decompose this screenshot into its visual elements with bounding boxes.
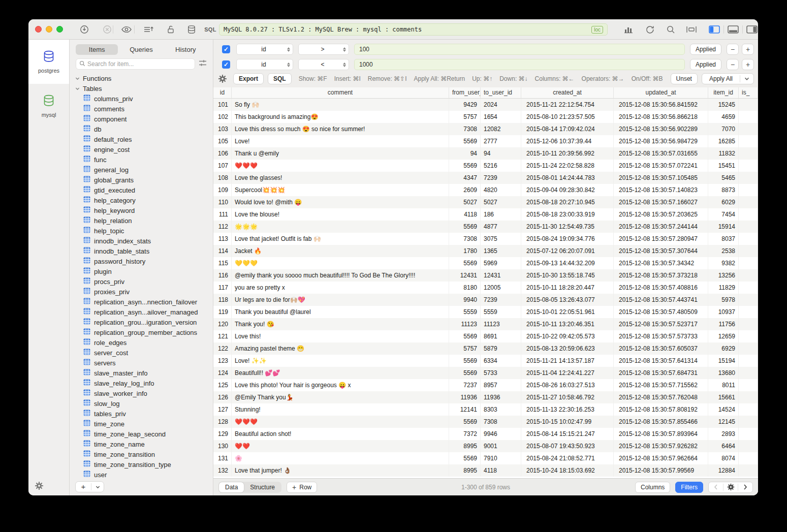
cell-created-at[interactable]: 2015-08-13 20:59:06.623: [521, 342, 614, 355]
sidebar-table-item[interactable]: innodb_table_stats: [70, 246, 213, 256]
cell-updated-at[interactable]: 2015-12-08 15:30:57.99569: [614, 464, 708, 477]
cell-created-at[interactable]: 2015-08-24 19:09:34.776: [521, 233, 614, 245]
sidebar-table-item[interactable]: component: [70, 114, 213, 124]
cell-created-at[interactable]: 2015-08-18 23:00:33.919: [521, 208, 614, 221]
cell-from-user-id[interactable]: 5757: [449, 342, 481, 355]
cell-is[interactable]: [739, 135, 758, 147]
cell-id[interactable]: 113: [213, 233, 232, 245]
cell-created-at[interactable]: 2015-10-15 10:02:47.99: [521, 416, 614, 428]
sidebar-table-item[interactable]: proxies_priv: [70, 287, 213, 297]
table-row[interactable]: 123 Love! ✨✨ 5569 6334 2015-11-21 14:13:…: [213, 355, 758, 367]
cell-from-user-id[interactable]: 5569: [449, 416, 481, 428]
table-row[interactable]: 106 Thank u @emily 94 94 2015-10-11 20:3…: [213, 147, 758, 160]
cell-updated-at[interactable]: 2015-12-08 15:30:57.926282: [614, 440, 708, 452]
cell-from-user-id[interactable]: 5569: [449, 355, 481, 367]
table-row[interactable]: 115 💛💛💛 5569 5969 2015-09-13 14:44:32.20…: [213, 257, 758, 269]
cell-to-user-id[interactable]: 1365: [481, 245, 521, 257]
remove-filter-button[interactable]: −: [727, 59, 739, 70]
cell-is[interactable]: [739, 294, 758, 306]
cell-to-user-id[interactable]: 7308: [481, 416, 521, 428]
cell-from-user-id[interactable]: 5569: [449, 221, 481, 233]
filter-operator-select[interactable]: <: [298, 59, 349, 70]
cell-updated-at[interactable]: 2015-12-08 15:30:57.715562: [614, 379, 708, 391]
fit-width-icon[interactable]: [685, 23, 698, 36]
cell-from-user-id[interactable]: 5569: [449, 135, 481, 147]
cell-updated-at[interactable]: 2015-12-08 15:30:57.280947: [614, 233, 708, 245]
cell-is[interactable]: [739, 330, 758, 342]
cell-updated-at[interactable]: 2015-12-08 15:30:57.408816: [614, 281, 708, 294]
cell-is[interactable]: [739, 281, 758, 294]
cell-is[interactable]: [739, 257, 758, 269]
search-icon[interactable]: [664, 23, 677, 36]
cell-item-id[interactable]: 12145: [708, 416, 739, 428]
database-icon[interactable]: [185, 23, 198, 36]
filter-value-input[interactable]: [354, 44, 685, 55]
cell-id[interactable]: 128: [213, 416, 232, 428]
close-window-button[interactable]: [35, 26, 42, 33]
sidebar-table-item[interactable]: user: [70, 470, 213, 478]
table-row[interactable]: 116 @emily thank you soooo much beautifu…: [213, 269, 758, 281]
cell-item-id[interactable]: 10937: [708, 306, 739, 318]
cell-updated-at[interactable]: 2015-12-08 15:30:56.841592: [614, 99, 708, 111]
cell-comment[interactable]: Thank you! 😘: [232, 318, 449, 330]
cell-id[interactable]: 125: [213, 379, 232, 391]
sidebar-table-item[interactable]: time_zone_transition_type: [70, 459, 213, 470]
cell-from-user-id[interactable]: 7237: [449, 379, 481, 391]
sidebar-table-item[interactable]: server_cost: [70, 348, 213, 358]
cell-item-id[interactable]: 7070: [708, 123, 739, 135]
table-row[interactable]: 111 Love the blouse! 4118 186 2015-08-18…: [213, 208, 758, 221]
table-row[interactable]: 103 Love this dress so much 😍 so nice fo…: [213, 123, 758, 135]
cell-updated-at[interactable]: 2015-12-08 15:30:57.307644: [614, 245, 708, 257]
next-page-button[interactable]: [738, 484, 752, 490]
connection-postgres[interactable]: postgres: [28, 40, 69, 84]
cell-created-at[interactable]: 2015-07-12 06:20:07.091: [521, 245, 614, 257]
table-row[interactable]: 129 Beautiful action shot! 7372 9946 201…: [213, 428, 758, 440]
sidebar-table-item[interactable]: help_category: [70, 195, 213, 205]
cell-from-user-id[interactable]: 5757: [449, 111, 481, 123]
filter-operator-select[interactable]: >: [298, 44, 349, 55]
cell-id[interactable]: 103: [213, 123, 232, 135]
cell-id[interactable]: 131: [213, 452, 232, 464]
cell-created-at[interactable]: 2015-12-06 10:37:39.44: [521, 135, 614, 147]
sidebar-table-item[interactable]: procs_priv: [70, 276, 213, 287]
cell-from-user-id[interactable]: 94: [449, 147, 481, 160]
sidebar-table-item[interactable]: default_roles: [70, 134, 213, 144]
cell-item-id[interactable]: 6464: [708, 440, 739, 452]
table-row[interactable]: 128 ❤️❤️❤️ 5569 7308 2015-10-15 10:02:47…: [213, 416, 758, 428]
cell-from-user-id[interactable]: 5559: [449, 306, 481, 318]
cell-is[interactable]: [739, 196, 758, 208]
plus-icon[interactable]: +: [76, 482, 91, 492]
cell-is[interactable]: [739, 184, 758, 196]
cell-id[interactable]: 107: [213, 160, 232, 172]
cell-updated-at[interactable]: 2015-12-08 15:30:57.855466: [614, 416, 708, 428]
toggle-left-panel-icon[interactable]: [708, 23, 721, 36]
sql-preview-button[interactable]: SQL: [268, 73, 292, 84]
sidebar-table-item[interactable]: time_zone: [70, 419, 213, 429]
column-header-comment[interactable]: comment: [232, 87, 449, 98]
cell-comment[interactable]: 🌟🌟🌟: [232, 221, 449, 233]
sidebar-table-item[interactable]: columns_priv: [70, 93, 213, 104]
sidebar-table-item[interactable]: replication_group_member_actions: [70, 327, 213, 337]
cell-to-user-id[interactable]: 5879: [481, 342, 521, 355]
cell-updated-at[interactable]: 2015-12-08 15:30:57.34342: [614, 257, 708, 269]
table-row[interactable]: 102 This background is amazing😍 5757 165…: [213, 111, 758, 123]
sidebar-table-item[interactable]: help_keyword: [70, 205, 213, 215]
cell-is[interactable]: [739, 147, 758, 160]
cell-from-user-id[interactable]: 4347: [449, 172, 481, 184]
sql-editor-button[interactable]: SQL: [204, 23, 217, 36]
table-row[interactable]: 127 Stunning! 12141 8303 2015-11-13 22:3…: [213, 403, 758, 416]
cell-comment[interactable]: Love the blouse!: [232, 208, 449, 221]
cell-to-user-id[interactable]: 8957: [481, 379, 521, 391]
sidebar-table-item[interactable]: comments: [70, 104, 213, 114]
chevron-down-icon[interactable]: [91, 485, 104, 489]
cell-from-user-id[interactable]: 11123: [449, 318, 481, 330]
sidebar-table-item[interactable]: slave_worker_info: [70, 388, 213, 398]
cell-created-at[interactable]: 2015-08-14 17:09:42.024: [521, 123, 614, 135]
cell-to-user-id[interactable]: 7910: [481, 452, 521, 464]
cell-created-at[interactable]: 2015-11-27 10:58:46.792: [521, 391, 614, 403]
cell-from-user-id[interactable]: 12431: [449, 269, 481, 281]
cell-to-user-id[interactable]: 11123: [481, 318, 521, 330]
cell-updated-at[interactable]: 2015-12-08 15:30:56.902289: [614, 123, 708, 135]
cell-created-at[interactable]: 2015-08-05 13:26:43.077: [521, 294, 614, 306]
cell-id[interactable]: 106: [213, 147, 232, 160]
